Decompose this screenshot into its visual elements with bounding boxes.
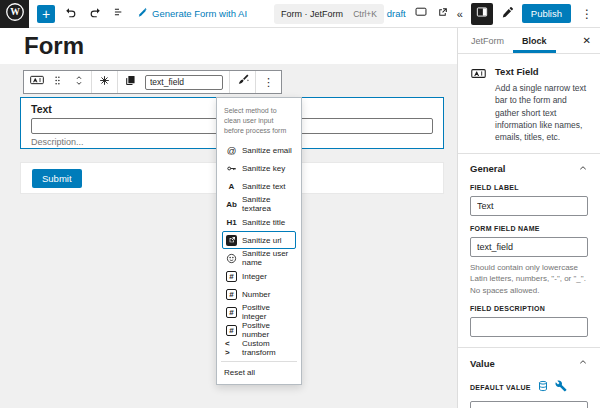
block-card-body: Text Field Add a single narrow text bar …: [495, 64, 590, 144]
menu-item-sanitize-url[interactable]: Sanitize url: [222, 231, 296, 249]
block-inserter-button[interactable]: +: [37, 5, 55, 23]
command-shortcut: Ctrl+K: [353, 9, 377, 19]
menu-item-label: Sanitize email: [242, 146, 292, 155]
menu-item-label: Integer: [242, 272, 267, 281]
block-options-icon[interactable]: ⋮: [258, 71, 279, 93]
top-bar-right: Save draft « Publish ⋮: [362, 3, 600, 25]
menu-item-sanitize-user-name[interactable]: Sanitize user name: [222, 249, 296, 267]
list-view-icon: [112, 5, 126, 23]
redo-button[interactable]: [86, 3, 103, 25]
options-menu-icon[interactable]: ⋮: [579, 7, 595, 21]
block-toolbar-group-main: [24, 71, 92, 93]
close-sidebar-icon[interactable]: ✕: [574, 28, 600, 53]
menu-item-sanitize-email[interactable]: @ Sanitize email: [222, 141, 296, 159]
document-bar[interactable]: Form · JetForm Ctrl+K: [274, 4, 384, 24]
settings-sidebar-toggle[interactable]: [471, 3, 493, 25]
sanitize-brush-button[interactable]: [232, 71, 253, 93]
wrench-icon[interactable]: [555, 378, 567, 396]
menu-item-label: Sanitize key: [242, 164, 285, 173]
user-circle-icon: [225, 253, 238, 264]
edit-pencil-icon[interactable]: [501, 5, 514, 23]
preview-desktop-icon[interactable]: [414, 5, 428, 23]
menu-item-positive-integer[interactable]: # Positive integer: [222, 303, 296, 321]
menu-item-number[interactable]: # Number: [222, 285, 296, 303]
block-mover[interactable]: [68, 71, 89, 93]
menu-item-label: Sanitize textarea: [242, 195, 293, 213]
field-name-input[interactable]: [145, 75, 223, 90]
field-label-input[interactable]: [470, 196, 588, 216]
hash-icon: #: [226, 325, 237, 336]
list-view-button[interactable]: [110, 3, 127, 25]
submit-button[interactable]: Submit: [32, 169, 82, 188]
block-card: Text Field Add a single narrow text bar …: [458, 54, 600, 154]
tab-jetform[interactable]: JetForm: [462, 28, 513, 53]
generate-form-ai-label: Generate Form with AI: [152, 8, 247, 19]
menu-item-label: Custom transform: [242, 339, 293, 357]
value-panel-header[interactable]: Value: [470, 357, 588, 369]
chevron-up-icon: [578, 163, 588, 175]
field-description-label: FIELD DESCRIPTION: [470, 305, 588, 312]
external-link-icon: [225, 235, 238, 246]
block-toolbar: ⋮: [23, 70, 282, 94]
drag-handle[interactable]: [47, 71, 68, 93]
menu-item-integer[interactable]: # Integer: [222, 267, 296, 285]
tab-block[interactable]: Block: [513, 28, 556, 53]
copy-icon: [124, 73, 137, 91]
menu-item-sanitize-title[interactable]: H1 Sanitize title: [222, 213, 296, 231]
view-external-icon[interactable]: [436, 5, 449, 23]
generate-form-ai-button[interactable]: Generate Form with AI: [137, 7, 247, 20]
wordpress-logo[interactable]: W: [0, 0, 29, 28]
publish-button[interactable]: Publish: [522, 4, 571, 23]
menu-item-sanitize-text[interactable]: A Sanitize text: [222, 177, 296, 195]
block-card-title: Text Field: [495, 66, 590, 77]
plus-icon: +: [42, 6, 50, 22]
top-bar: W + Generate Form with AI Form · JetForm…: [0, 0, 600, 28]
at-sign-icon: @: [225, 145, 238, 156]
menu-item-sanitize-textarea[interactable]: Ab Sanitize textarea: [222, 195, 296, 213]
code-icon: < >: [225, 339, 238, 357]
menu-item-label: Positive number: [242, 321, 293, 339]
general-panel-header[interactable]: General: [470, 163, 588, 175]
jetform-editor-screen: W + Generate Form with AI Form · JetForm…: [0, 0, 600, 408]
text-field-block-icon: [29, 72, 45, 92]
post-title-band: Form: [0, 28, 457, 64]
default-value-label: DEFAULT VALUE: [470, 384, 531, 391]
letter-a-icon: A: [225, 182, 238, 191]
menu-item-reset-all[interactable]: Reset all: [222, 362, 296, 382]
menu-item-label: Sanitize text: [242, 182, 286, 191]
menu-item-label: Number: [242, 290, 270, 299]
required-toggle-button[interactable]: [94, 71, 115, 93]
hash-icon: #: [226, 271, 237, 282]
form-field-name-input[interactable]: [470, 237, 588, 257]
field-description-input[interactable]: [470, 317, 588, 337]
field-label-label: FIELD LABEL: [470, 184, 588, 191]
dropdown-header: Select method to clean user input before…: [224, 106, 294, 136]
database-icon[interactable]: [537, 378, 549, 396]
copy-name-button[interactable]: [120, 71, 141, 93]
form-field-name-help: Should contain only lowercase Latin lett…: [470, 262, 588, 297]
document-title: Form · JetForm: [281, 9, 343, 19]
form-field-name-label: FORM FIELD NAME: [470, 225, 588, 232]
wordpress-w-icon: W: [4, 1, 26, 27]
move-up-down-icon: [73, 73, 85, 92]
drag-handle-icon: [52, 73, 63, 91]
menu-item-sanitize-key[interactable]: Sanitize key: [222, 159, 296, 177]
hash-icon: #: [226, 289, 237, 300]
value-panel: Value DEFAULT VALUE Or use a condition-d…: [458, 348, 600, 408]
text-field-block-icon: [470, 64, 488, 144]
asterisk-icon: [98, 73, 111, 91]
hash-icon: #: [226, 307, 237, 318]
block-toolbar-group-required: [92, 71, 118, 93]
page-title[interactable]: Form: [24, 32, 84, 60]
general-panel-title: General: [470, 163, 505, 174]
key-icon: [225, 163, 238, 174]
collapse-icon[interactable]: «: [457, 8, 463, 20]
default-value-row: DEFAULT VALUE: [470, 378, 588, 396]
menu-item-positive-number[interactable]: # Positive number: [222, 321, 296, 339]
chevron-up-icon: [578, 357, 588, 369]
menu-item-custom-transform[interactable]: < > Custom transform: [222, 339, 296, 357]
default-value-input[interactable]: [470, 401, 588, 408]
h1-icon: H1: [225, 218, 238, 227]
text-field-block-button[interactable]: [26, 71, 47, 93]
undo-button[interactable]: [62, 3, 79, 25]
